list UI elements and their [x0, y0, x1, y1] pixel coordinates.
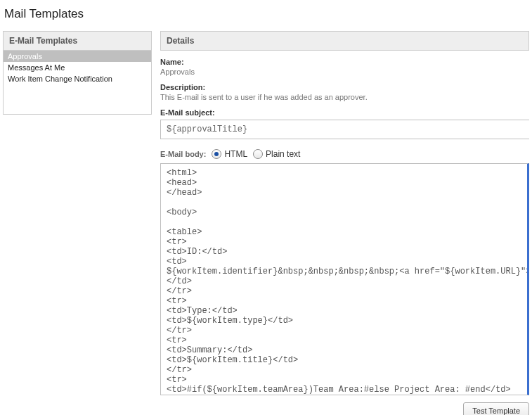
- body-textarea[interactable]: [160, 163, 529, 395]
- name-label: Name:: [160, 58, 529, 66]
- radio-icon: [253, 149, 263, 159]
- page-title: Mail Templates: [4, 7, 529, 21]
- description-value: This E-mail is sent to a user if he was …: [160, 93, 529, 101]
- body-format-row: E-Mail body: HTML Plain text: [160, 149, 529, 159]
- name-value: Approvals: [160, 68, 529, 76]
- templates-listbox[interactable]: Approvals Messages At Me Work Item Chang…: [4, 51, 151, 114]
- templates-panel: E-Mail Templates Approvals Messages At M…: [3, 31, 152, 115]
- template-item-work-item-change[interactable]: Work Item Change Notification: [4, 73, 151, 84]
- description-label: Description:: [160, 83, 529, 91]
- radio-icon: [212, 149, 221, 159]
- format-plain-radio[interactable]: Plain text: [253, 149, 300, 159]
- templates-panel-header: E-Mail Templates: [4, 32, 151, 51]
- subject-input[interactable]: [160, 120, 529, 139]
- template-item-approvals[interactable]: Approvals: [4, 51, 151, 62]
- main-columns: E-Mail Templates Approvals Messages At M…: [3, 31, 529, 415]
- details-panel-header: Details: [160, 31, 529, 51]
- format-plain-label: Plain text: [266, 149, 300, 159]
- test-template-button[interactable]: Test Template: [463, 402, 529, 415]
- format-html-radio[interactable]: HTML: [212, 149, 247, 159]
- right-column: Details Name: Approvals Description: Thi…: [160, 31, 529, 415]
- template-item-messages-at-me[interactable]: Messages At Me: [4, 62, 151, 73]
- left-column: E-Mail Templates Approvals Messages At M…: [3, 31, 152, 115]
- subject-label: E-Mail subject:: [160, 108, 529, 117]
- format-html-label: HTML: [224, 149, 247, 159]
- body-label: E-Mail body:: [160, 150, 206, 158]
- button-row: Test Template: [160, 402, 529, 415]
